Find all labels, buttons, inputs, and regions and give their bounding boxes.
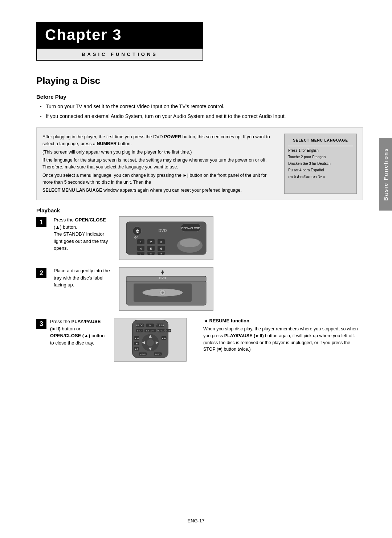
step-1-number: 1 xyxy=(36,217,46,227)
info-line5-rest: window appears again where you can reset… xyxy=(102,188,242,193)
svg-text:⏻: ⏻ xyxy=(136,229,139,233)
step-1-row: 1 Press the OPEN/CLOSE (▲) button. The S… xyxy=(36,216,363,260)
svg-text:INFO: INFO xyxy=(155,353,161,355)
step-2-svg: DVD xyxy=(123,269,210,309)
svg-text:►II: ►II xyxy=(135,348,139,350)
section-title: Playing a Disc xyxy=(36,75,363,86)
svg-point-33 xyxy=(162,292,164,294)
svg-text:8: 8 xyxy=(150,252,152,255)
resume-text: When you stop disc play, the player reme… xyxy=(203,326,363,353)
svg-text:1: 1 xyxy=(140,240,142,244)
svg-text:9: 9 xyxy=(160,252,162,255)
resume-box: RESUME function When you stop disc play,… xyxy=(203,318,363,353)
before-play-heading: Before Play xyxy=(36,94,363,100)
language-selection-box: SELECT MENU LANGUAGE Press 1 for English… xyxy=(284,134,357,194)
step-3-image: PROG 0 CLEAR STEP INSTANT REPLAY xyxy=(114,318,187,362)
lang-item: Touche 2 pour Français xyxy=(288,154,353,160)
step-3-text: Press the PLAY/PAUSE (►II) button or OPE… xyxy=(50,318,108,346)
side-tab: Basic Functions xyxy=(379,138,392,211)
info-line4: Once you select a menu language, you can… xyxy=(42,172,277,186)
svg-text:2: 2 xyxy=(150,240,152,244)
step-3-wrapper: 3 Press the PLAY/PAUSE (►II) button or O… xyxy=(36,318,363,362)
svg-text:PROG: PROG xyxy=(136,324,143,327)
svg-text:7: 7 xyxy=(140,252,142,255)
svg-text:CLEAR: CLEAR xyxy=(156,324,164,327)
svg-text:OPEN/CLOSE: OPEN/CLOSE xyxy=(181,227,200,230)
info-box: After plugging in the player, the first … xyxy=(36,127,363,200)
lang-item: Pulsar 4 para Español xyxy=(288,167,353,173)
step-1-svg: ⏻ ⏻/I DVD OPEN/CLOSE 1 xyxy=(123,218,210,258)
svg-marker-35 xyxy=(161,270,164,273)
step-3-left: 3 Press the PLAY/PAUSE (►II) button or O… xyxy=(36,318,196,362)
info-line5-bold: SELECT MENU LANGUAGE xyxy=(42,188,102,193)
svg-text:INSTANT: INSTANT xyxy=(146,330,155,332)
info-line2: (This screen will only appear when you p… xyxy=(42,149,277,156)
info-line3: If the language for the startup screen i… xyxy=(42,157,277,171)
step-2-row: 2 Place a disc gently into the tray with… xyxy=(36,267,363,311)
step-2-image: DVD xyxy=(119,267,213,311)
svg-point-52 xyxy=(147,339,154,346)
svg-text:DVD: DVD xyxy=(159,276,166,280)
step-3-inner: Press the PLAY/PAUSE (►II) button or OPE… xyxy=(50,318,187,362)
step-2-text: Place a disc gently into the tray with t… xyxy=(54,267,112,289)
step-1-text: Press the OPEN/CLOSE (▲) button. The STA… xyxy=(54,216,112,252)
lang-item: กด 5 สำหรับภาษา ไทย xyxy=(288,174,353,179)
chapter-header: Chapter 3 BASIC FUNCTIONS xyxy=(36,22,203,61)
svg-text:0: 0 xyxy=(149,324,151,327)
lang-item: Drücken Sie 3 für Deutsch xyxy=(288,161,353,166)
svg-text:6: 6 xyxy=(160,247,162,250)
svg-text:■: ■ xyxy=(136,342,138,345)
chapter-title: Chapter 3 xyxy=(36,22,203,48)
svg-text:STEP: STEP xyxy=(137,330,142,332)
svg-text:3: 3 xyxy=(160,240,162,244)
lang-box-title: SELECT MENU LANGUAGE xyxy=(288,138,353,143)
info-line1: After plugging in the player, the first … xyxy=(42,134,277,147)
before-play-section: Before Play Turn on your TV and set it t… xyxy=(36,94,363,120)
list-item: Turn on your TV and set it to the correc… xyxy=(40,103,363,110)
svg-text:⏻/I: ⏻/I xyxy=(134,236,138,239)
svg-text:4: 4 xyxy=(140,247,142,250)
svg-point-8 xyxy=(180,239,200,247)
page-number: ENG-17 xyxy=(188,518,205,523)
info-line5: SELECT MENU LANGUAGE window appears agai… xyxy=(42,187,277,194)
side-tab-text: Basic Functions xyxy=(383,148,389,201)
svg-rect-28 xyxy=(126,276,206,282)
svg-text:►►: ►► xyxy=(162,337,167,339)
lang-divider xyxy=(288,146,353,146)
playback-section: Playback 1 Press the OPEN/CLOSE (▲) butt… xyxy=(36,207,363,362)
step-3-number: 3 xyxy=(36,319,46,329)
list-item: If you connected an external Audio Syste… xyxy=(40,113,363,120)
lang-item: Press 1 for English xyxy=(288,148,353,153)
svg-text:REPLAY: REPLAY xyxy=(157,330,165,332)
resume-title: RESUME function xyxy=(203,318,363,323)
before-play-list: Turn on your TV and set it to the correc… xyxy=(40,103,363,120)
chapter-subtitle: BASIC FUNCTIONS xyxy=(36,48,203,61)
step-1-image: ⏻ ⏻/I DVD OPEN/CLOSE 1 xyxy=(119,216,213,260)
svg-text:◄◄: ◄◄ xyxy=(134,337,139,339)
footer: ENG-17 xyxy=(0,518,392,523)
page: Chapter 3 BASIC FUNCTIONS Playing a Disc… xyxy=(0,0,392,538)
info-box-text: After plugging in the player, the first … xyxy=(42,134,277,194)
step-3-svg: PROG 0 CLEAR STEP INSTANT REPLAY xyxy=(114,318,186,362)
step-2-number: 2 xyxy=(36,268,46,278)
svg-text:MENU: MENU xyxy=(139,353,146,355)
playback-heading: Playback xyxy=(36,207,363,213)
svg-text:DVD: DVD xyxy=(158,228,167,233)
step-2-content: Place a disc gently into the tray with t… xyxy=(54,267,363,311)
step-1-content: Press the OPEN/CLOSE (▲) button. The STA… xyxy=(54,216,363,260)
svg-text:5: 5 xyxy=(150,247,152,250)
svg-text:SKIP: SKIP xyxy=(166,330,171,332)
